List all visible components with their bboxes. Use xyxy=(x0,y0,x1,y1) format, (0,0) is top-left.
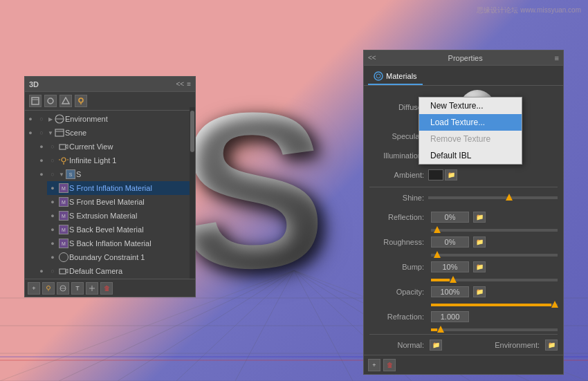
refraction-slider-row xyxy=(369,328,558,331)
toolbar-light-btn[interactable] xyxy=(75,95,87,107)
text-btn[interactable]: T xyxy=(71,282,84,295)
opacity-handle[interactable] xyxy=(551,301,558,308)
panel-3d: 3D << ≡ ● ○ ▶ Environment xyxy=(24,76,196,297)
panel-props-menu[interactable]: ≡ xyxy=(555,54,559,62)
refraction-value[interactable]: 1.000 xyxy=(431,311,469,322)
reflection-slider[interactable] xyxy=(431,229,558,232)
watermark: 思缘设计论坛 www.missyuan.com xyxy=(477,6,581,15)
roughness-slider[interactable] xyxy=(431,254,558,257)
context-load-texture[interactable]: Load Texture... xyxy=(419,114,522,131)
prop-row-roughness: Roughness: 0% 📁 xyxy=(369,234,558,250)
eye-icon-fi[interactable]: ● xyxy=(47,181,58,195)
toolbar-scene-btn[interactable] xyxy=(29,95,42,107)
panel-3d-toolbar xyxy=(25,92,195,111)
mat-icon-fi: M xyxy=(58,181,69,195)
tree-item-scene[interactable]: ● ○ ▼ Scene xyxy=(25,126,195,140)
tree-label-back-bevel: S Back Bevel Material xyxy=(69,225,144,234)
shine-slider[interactable] xyxy=(428,196,558,199)
toolbar-mesh-btn[interactable] xyxy=(44,95,57,107)
transform-btn[interactable] xyxy=(86,282,98,295)
svg-point-20 xyxy=(79,98,83,102)
materials-tab-icon xyxy=(374,71,383,81)
chevron-s[interactable]: ▼ xyxy=(58,167,65,181)
props-bottom-bar: + 🗑 xyxy=(364,355,563,374)
eye-icon-bb[interactable]: ● xyxy=(47,223,58,236)
reflection-file-btn[interactable]: 📁 xyxy=(473,212,486,223)
environment-file-btn[interactable]: 📁 xyxy=(545,340,558,351)
prop-row-opacity: Opacity: 100% 📁 xyxy=(369,284,558,299)
add-layer-btn[interactable]: + xyxy=(28,282,40,295)
tree-item-s-mesh[interactable]: ● ○ ▼ S S xyxy=(36,167,195,181)
eye-icon-cv[interactable]: ● xyxy=(36,140,47,154)
reflection-handle[interactable] xyxy=(434,226,441,233)
panel-props-title: Properties xyxy=(448,54,483,62)
roughness-file-btn[interactable]: 📁 xyxy=(473,236,486,248)
opacity-value[interactable]: 100% xyxy=(431,286,469,297)
panel-props-collapse[interactable]: << xyxy=(368,54,376,62)
chevron-scene[interactable]: ▼ xyxy=(47,126,54,140)
light-btn[interactable] xyxy=(42,282,55,295)
tree-item-extrusion[interactable]: ● M S Extrusion Material xyxy=(47,209,195,223)
mat-icon-bi: M xyxy=(58,236,69,250)
vis2-scene: ○ xyxy=(36,126,47,140)
eye-icon-il[interactable]: ● xyxy=(36,154,47,167)
eye-icon-fb[interactable]: ● xyxy=(47,195,58,209)
tree-item-front-bevel[interactable]: ● M S Front Bevel Material xyxy=(47,195,195,209)
light-icon-il xyxy=(58,154,69,167)
normal-file-btn[interactable]: 📁 xyxy=(430,340,442,351)
eye-icon-bc[interactable]: ● xyxy=(47,250,58,264)
tree-label-current-view: Current View xyxy=(69,142,113,151)
panel-3d-menu[interactable]: ≡ xyxy=(187,80,191,88)
reflection-control: 0% 📁 xyxy=(428,212,558,223)
bump-value[interactable]: 10% xyxy=(431,261,469,272)
reflection-label: Reflection: xyxy=(369,213,428,221)
panel-3d-title: 3D xyxy=(29,80,39,89)
context-new-texture[interactable]: New Texture... xyxy=(419,97,522,114)
opacity-slider[interactable] xyxy=(431,304,558,306)
delete-btn[interactable]: 🗑 xyxy=(100,282,113,295)
panel-3d-collapse[interactable]: << xyxy=(176,80,184,88)
env-btn[interactable] xyxy=(57,282,69,295)
tree-item-back-bevel[interactable]: ● M S Back Bevel Material xyxy=(47,223,195,236)
roughness-handle[interactable] xyxy=(434,251,441,258)
toolbar-material-btn[interactable] xyxy=(59,95,72,107)
scrollbar-thumb[interactable] xyxy=(190,111,194,152)
chevron-env[interactable]: ▶ xyxy=(47,112,54,126)
refraction-label: Refraction: xyxy=(369,313,428,321)
reflection-slider-row xyxy=(369,229,558,232)
env-icon xyxy=(54,112,65,126)
ambient-file-btn[interactable]: 📁 xyxy=(445,169,457,180)
eye-icon-s[interactable]: ● xyxy=(36,167,47,181)
tree-item-front-inflation[interactable]: ● M S Front Inflation Material xyxy=(47,181,195,195)
refraction-slider[interactable] xyxy=(431,328,558,331)
tree-item-environment[interactable]: ● ○ ▶ Environment xyxy=(25,112,195,126)
ambient-swatch[interactable] xyxy=(428,169,443,180)
tab-materials[interactable]: Materials xyxy=(368,68,423,85)
3d-panel-scrollbar[interactable] xyxy=(190,107,195,279)
refraction-handle[interactable] xyxy=(437,326,444,333)
tree-label-boundary: Boundary Constraint 1 xyxy=(69,253,145,261)
eye-icon-env[interactable]: ● xyxy=(25,112,36,126)
eye-icon-scene[interactable]: ● xyxy=(25,126,36,140)
tree-item-back-inflation[interactable]: ● M S Back Inflation Material xyxy=(47,236,195,250)
eye-icon-dc[interactable]: ● xyxy=(36,264,47,277)
tree-label-front-bevel: S Front Bevel Material xyxy=(69,198,145,206)
tree-item-current-view[interactable]: ● ○ Current View xyxy=(36,140,195,154)
eye-icon-bi[interactable]: ● xyxy=(47,236,58,250)
tree-item-default-camera[interactable]: ● ○ Default Camera xyxy=(36,264,195,277)
bump-handle[interactable] xyxy=(450,276,457,283)
bump-slider[interactable] xyxy=(431,279,558,281)
props-add-btn[interactable]: + xyxy=(368,359,380,371)
shine-handle[interactable] xyxy=(506,194,513,201)
tree-item-boundary[interactable]: ● Boundary Constraint 1 xyxy=(47,250,195,264)
bump-file-btn[interactable]: 📁 xyxy=(473,261,486,272)
reflection-value[interactable]: 0% xyxy=(431,212,469,223)
opacity-file-btn[interactable]: 📁 xyxy=(473,286,486,297)
eye-icon-ex[interactable]: ● xyxy=(47,209,58,223)
tree-item-infinite-light[interactable]: ● ○ Infinite Light 1 xyxy=(36,154,195,167)
props-delete-btn[interactable]: 🗑 xyxy=(383,359,396,371)
svg-marker-19 xyxy=(62,97,69,104)
context-default-ibl[interactable]: Default IBL xyxy=(419,147,522,164)
roughness-value[interactable]: 0% xyxy=(431,236,469,248)
props-tabs: Materials xyxy=(364,66,563,86)
